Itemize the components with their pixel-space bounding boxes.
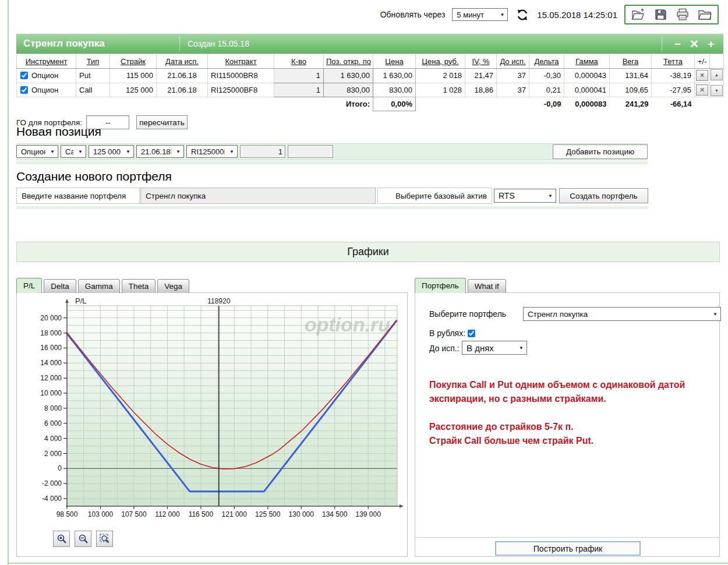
portfolio-select[interactable]: Стренгл покупка ▼ [523, 307, 721, 321]
svg-text:98 500: 98 500 [56, 510, 78, 518]
svg-text:130 000: 130 000 [289, 510, 314, 518]
chevron-down-icon: ▼ [519, 345, 524, 351]
zoom-in-icon[interactable] [53, 531, 70, 547]
chevron-down-icon: ▼ [229, 149, 234, 154]
base-asset-select[interactable]: RTS ▼ [494, 189, 556, 203]
portfolio-name-input[interactable]: Стренгл покупка [140, 188, 376, 204]
delete-cell: ✕ [695, 69, 710, 83]
column-header[interactable]: Контракт [208, 54, 274, 69]
position-cell: 21.06.18 [157, 83, 208, 97]
tab-vega[interactable]: Vega [157, 279, 189, 293]
column-header[interactable]: Тетта [652, 54, 695, 69]
position-row: ОпционCall125 00021.06.18RI125000BF81830… [17, 83, 724, 97]
tab-gamma[interactable]: Gamma [78, 279, 120, 293]
strategy-description: Покупка Call и Put одним объемом с одина… [429, 378, 709, 448]
column-header[interactable]: Инструмент [17, 54, 76, 69]
update-interval-select[interactable]: 5 минут ▼ [452, 8, 508, 21]
instrument-label: Опцион [31, 86, 58, 94]
position-cell: 0,000041 [564, 83, 610, 97]
delete-position-icon[interactable]: ✕ [696, 70, 708, 81]
scroll-up-icon[interactable]: ▲ [711, 69, 723, 80]
svg-text:-4 000: -4 000 [42, 495, 62, 503]
add-position-button[interactable]: Добавить позицию [553, 144, 648, 159]
column-header[interactable]: IV, % [465, 54, 497, 69]
select-value: Опцион [21, 147, 45, 156]
column-header[interactable]: Цена, руб. [416, 54, 465, 69]
select-value: Call [65, 147, 73, 156]
position-row: ОпционPut115 00021.06.18RI115000BR811 63… [17, 69, 724, 83]
rubles-checkbox[interactable] [468, 330, 475, 337]
column-header[interactable]: До исп. [497, 54, 529, 69]
zoom-out-icon[interactable] [75, 531, 91, 547]
column-header[interactable]: Дата исп. [157, 54, 208, 69]
position-cell: 1 028 [416, 83, 465, 97]
position-checkbox[interactable] [20, 72, 28, 79]
close-icon[interactable]: ✕ [690, 38, 699, 50]
days-select[interactable]: В днях ▼ [462, 341, 527, 355]
new-position-price-input[interactable] [288, 145, 333, 158]
new-position-heading: Новая позиция [16, 125, 101, 139]
column-header[interactable]: Дельта [529, 54, 564, 69]
svg-text:6 000: 6 000 [44, 419, 62, 428]
minimize-icon[interactable]: − [674, 38, 681, 50]
positions-table: ИнструментТипСтрайкДата исп.КонтрактК-во… [16, 54, 724, 111]
new-position-strike-select[interactable]: 125 000▼ [89, 145, 134, 158]
column-header[interactable]: Тип [76, 54, 110, 69]
chart-zoom-toolbar [53, 531, 113, 547]
create-portfolio-button[interactable]: Создать портфель [559, 188, 648, 203]
tab-what-if[interactable]: What if [468, 279, 506, 293]
add-icon[interactable]: + [708, 38, 714, 50]
position-cell: 131,64 [610, 69, 652, 83]
position-checkbox[interactable] [20, 86, 28, 94]
chevron-down-icon: ▼ [78, 149, 83, 154]
svg-text:116 500: 116 500 [189, 510, 214, 518]
column-header[interactable]: Страйк [110, 54, 157, 69]
portfolio-select-value: Стренгл покупка [528, 310, 588, 319]
delete-position-icon[interactable]: ✕ [696, 84, 708, 96]
base-asset-value: RTS [499, 191, 515, 200]
zoom-area-icon[interactable] [96, 531, 113, 547]
svg-text:139 000: 139 000 [356, 510, 381, 518]
chevron-down-icon: ▼ [50, 149, 55, 154]
svg-text:10 000: 10 000 [40, 389, 62, 397]
column-header[interactable]: Поз. откр. по [324, 54, 373, 69]
new-position-contract-select[interactable]: RI125000BF8▼ [186, 145, 238, 158]
pl-chart[interactable]: option.ru11892098 500103 000107 500112 0… [22, 296, 406, 525]
svg-text:125 500: 125 500 [255, 510, 281, 518]
page-left-border [8, 0, 9, 565]
new-position-instrument-select[interactable]: Опцион▼ [16, 145, 58, 158]
column-header[interactable]: К-во [274, 54, 324, 69]
right-panel-tabs: ПортфельWhat if [415, 278, 508, 293]
panel-divider [415, 537, 719, 538]
position-cell: 0,000043 [564, 69, 610, 83]
position-cell: 1 630,00 [373, 69, 416, 83]
new-position-exp-date-select[interactable]: 21.06.18М▼ [136, 145, 184, 158]
refresh-icon[interactable] [515, 8, 530, 22]
open-file-icon[interactable] [631, 8, 645, 21]
print-icon[interactable] [676, 8, 690, 21]
save-icon[interactable] [653, 8, 667, 21]
column-header[interactable]: Цена [373, 54, 416, 69]
datetime: 15.05.2018 14:25:01 [537, 10, 617, 20]
totals-spacer [695, 97, 724, 111]
chart-tabs: P/LDeltaGammaThetaVega [16, 278, 191, 293]
scroll-down-icon[interactable]: ▼ [711, 85, 723, 96]
tab-портфель[interactable]: Портфель [415, 278, 466, 293]
tab-p-l[interactable]: P/L [16, 278, 42, 293]
folder-icon[interactable] [698, 8, 712, 21]
svg-text:103 000: 103 000 [88, 510, 114, 518]
position-cell: 21,47 [465, 69, 497, 83]
build-chart-button[interactable]: Построить график [495, 541, 641, 556]
select-value: 21.06.18М [141, 147, 171, 156]
recalculate-button[interactable]: пересчитать [136, 115, 188, 129]
new-position-type-select[interactable]: Call▼ [61, 145, 86, 158]
tab-theta[interactable]: Theta [122, 279, 156, 293]
tab-delta[interactable]: Delta [44, 279, 76, 293]
select-portfolio-label: Выберите портфель [429, 309, 506, 319]
column-header[interactable]: Вега [610, 54, 652, 69]
column-header[interactable]: Гамма [564, 54, 610, 69]
svg-text:8 000: 8 000 [44, 404, 62, 412]
new-position-qty-input[interactable]: 1 [240, 145, 285, 158]
portfolio-name-label: Введите название портфеля [16, 188, 140, 204]
strategy-description-line: Страйк Call больше чем страйк Put. [429, 434, 709, 448]
